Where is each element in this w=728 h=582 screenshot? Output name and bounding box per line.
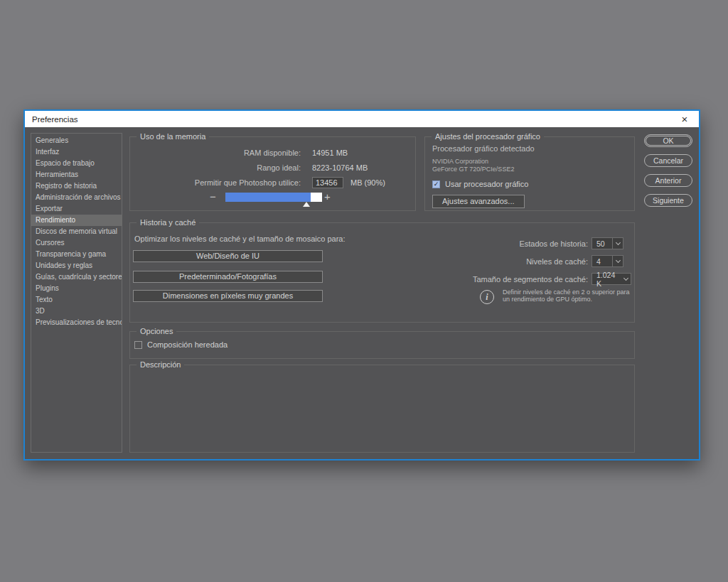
memory-slider-thumb[interactable]	[303, 202, 310, 207]
history-cache-group: Historia y caché Optimizar los niveles d…	[129, 222, 635, 323]
checkbox-checked-icon[interactable]: ✓	[432, 180, 440, 188]
sidebar-item-espacio-de-trabajo[interactable]: Espacio de trabajo	[31, 158, 122, 169]
gpu-vendor: NVIDIA Corporation	[432, 158, 627, 166]
memory-usage-group-title: Uso de la memoria	[136, 132, 209, 141]
let-photoshop-use-label: Permitir que Photoshop utilice:	[130, 178, 301, 187]
cache-levels-label: Niveles de caché:	[130, 257, 588, 266]
close-icon[interactable]: ×	[676, 111, 693, 127]
sidebar-item-herramientas[interactable]: Herramientas	[31, 169, 122, 180]
memory-slider[interactable]	[225, 193, 322, 202]
legacy-compositing-row[interactable]: Composición heredada	[134, 340, 634, 349]
history-cache-group-title: Historia y caché	[136, 218, 199, 227]
sidebar-item-previsualizaciones-de-tecnologia[interactable]: Previsualizaciones de tecnología	[31, 317, 122, 328]
use-gpu-label: Usar procesador gráfico	[445, 180, 528, 188]
advanced-settings-button[interactable]: Ajustes avanzados...	[432, 195, 525, 208]
use-gpu-checkbox-row[interactable]: ✓ Usar procesador gráfico	[432, 180, 627, 188]
checkbox-unchecked-icon[interactable]	[134, 341, 142, 349]
gpu-model: GeForce GT 720/PCIe/SSE2	[432, 166, 627, 173]
cache-tile-size-label: Tamaño de segmentos de caché:	[130, 275, 588, 284]
history-states-label: Estados de historia:	[130, 239, 588, 248]
sidebar-item-discos-de-memoria-virtual[interactable]: Discos de memoria virtual	[31, 226, 122, 237]
sidebar-item-unidades-y-reglas[interactable]: Unidades y reglas	[31, 260, 122, 271]
preset-huge-pixel-dimensions-button[interactable]: Dimensiones en píxeles muy grandes	[133, 290, 323, 302]
memory-usage-group: Uso de la memoria RAM disponible: 14951 …	[129, 136, 416, 211]
ram-available-value: 14951 MB	[312, 149, 348, 157]
history-states-value: 50	[592, 239, 612, 248]
sidebar-item-plugins[interactable]: Plugins	[31, 283, 122, 294]
previous-button[interactable]: Anterior	[644, 174, 692, 187]
memory-percent-label: MB (90%)	[350, 178, 385, 187]
preferences-nav-list: Generales Interfaz Espacio de trabajo He…	[31, 133, 122, 453]
options-group-title: Opciones	[136, 327, 176, 335]
history-states-dropdown[interactable]: 50	[592, 237, 623, 249]
cache-tile-size-dropdown[interactable]: 1.024 K	[592, 273, 631, 285]
title-bar: Preferencias ×	[25, 111, 699, 127]
dialog-content: Generales Interfaz Espacio de trabajo He…	[25, 127, 699, 459]
sidebar-item-administracion-de-archivos[interactable]: Administración de archivos	[31, 192, 122, 203]
chevron-down-icon	[623, 275, 628, 280]
gpu-detected-label: Procesador gráfico detectado	[432, 144, 627, 153]
sidebar-item-transparencia-y-gama[interactable]: Transparencia y gama	[31, 249, 122, 260]
chevron-down-icon	[615, 257, 620, 262]
options-group: Opciones Composición heredada	[129, 331, 635, 359]
info-icon: i	[480, 290, 494, 304]
cache-gpu-hint-text: Definir niveles de caché en 2 o superior…	[503, 289, 638, 303]
cancel-button[interactable]: Cancelar	[644, 154, 692, 167]
description-group-title: Descripción	[136, 360, 184, 369]
ok-button[interactable]: OK	[644, 134, 692, 147]
memory-amount-input[interactable]	[312, 177, 343, 188]
sidebar-item-rendimiento[interactable]: Rendimiento	[31, 215, 122, 226]
sidebar-item-guias-cuadricula-y-sectores[interactable]: Guías, cuadrícula y sectores	[31, 271, 122, 283]
window-title: Preferencias	[32, 115, 78, 124]
cache-tile-size-value: 1.024 K	[592, 271, 621, 288]
description-group: Descripción	[129, 365, 635, 453]
graphics-processor-group-title: Ajustes del procesador gráfico	[432, 132, 544, 141]
sidebar-item-cursores[interactable]: Cursores	[31, 237, 122, 249]
minus-icon[interactable]: −	[210, 192, 216, 202]
next-button[interactable]: Siguiente	[644, 194, 692, 207]
ideal-range-value: 8223-10764 MB	[312, 163, 368, 172]
ram-available-label: RAM disponible:	[130, 149, 301, 157]
sidebar-item-interfaz[interactable]: Interfaz	[31, 146, 122, 158]
sidebar-item-3d[interactable]: 3D	[31, 306, 122, 317]
sidebar-item-registro-de-historia[interactable]: Registro de historia	[31, 180, 122, 192]
preferences-dialog: Preferencias × Generales Interfaz Espaci…	[23, 109, 700, 460]
memory-slider-fill	[225, 193, 311, 202]
legacy-compositing-label: Composición heredada	[147, 340, 228, 349]
plus-icon[interactable]: +	[324, 192, 331, 202]
ideal-range-label: Rango ideal:	[130, 163, 301, 172]
chevron-down-icon	[615, 239, 620, 244]
sidebar-item-generales[interactable]: Generales	[31, 135, 122, 146]
dialog-button-column: OK Cancelar Anterior Siguiente	[644, 134, 694, 214]
sidebar-item-texto[interactable]: Texto	[31, 294, 122, 306]
graphics-processor-group: Ajustes del procesador gráfico Procesado…	[424, 136, 635, 211]
cache-levels-dropdown[interactable]: 4	[592, 255, 623, 267]
sidebar-item-exportar[interactable]: Exportar	[31, 203, 122, 215]
cache-levels-value: 4	[592, 257, 612, 266]
